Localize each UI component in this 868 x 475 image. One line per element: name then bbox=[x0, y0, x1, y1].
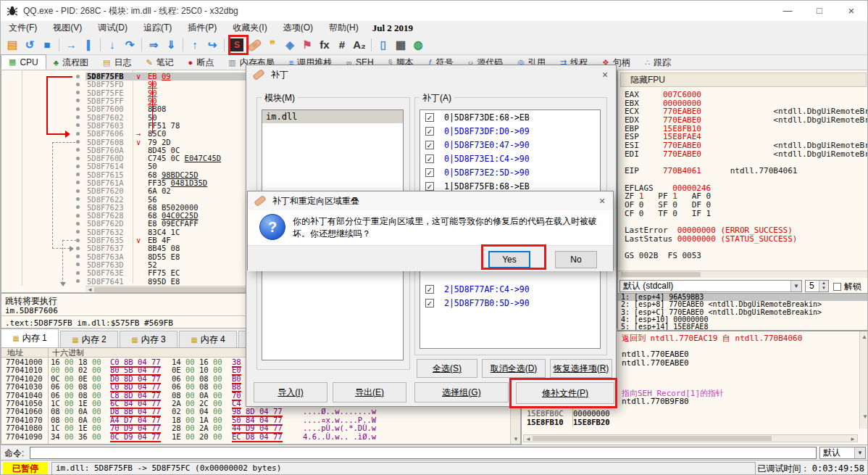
patch-dialog-titlebar[interactable]: 补丁 bbox=[246, 65, 616, 84]
deselect-all-button[interactable]: 取消全选(D) bbox=[482, 359, 546, 378]
stack-row[interactable]: 15E8FB1015E8FB20 bbox=[527, 418, 610, 427]
stop-icon[interactable]: ■ bbox=[38, 36, 56, 54]
patch-list-item[interactable]: ✓0|5D8F73DF:D0->09 bbox=[420, 124, 600, 138]
breakpoint-dot[interactable] bbox=[76, 271, 80, 275]
patch-list-item[interactable]: ✓0|5D8F73E1:C4->90 bbox=[420, 152, 600, 165]
strings-icon[interactable]: A₂ bbox=[351, 36, 368, 54]
breakpoint-dot[interactable] bbox=[76, 205, 80, 209]
breakpoint-dot[interactable] bbox=[76, 123, 80, 127]
breakpoint-dot[interactable] bbox=[76, 255, 80, 258]
execute-till-return-icon[interactable]: ⇓ bbox=[162, 36, 180, 54]
breakpoint-dot[interactable] bbox=[76, 132, 80, 136]
warning-dialog-titlebar[interactable]: 补丁和重定向区域重叠 bbox=[248, 191, 613, 210]
step-into-icon[interactable]: ↓ bbox=[104, 36, 121, 54]
stack-hscrollbar[interactable]: ◄ ► bbox=[523, 434, 858, 442]
calling-convention-select[interactable]: 默认 (stdcall) ▼ bbox=[619, 280, 802, 292]
checkbox-checked-icon[interactable]: ✓ bbox=[425, 154, 434, 163]
breakpoint-dot[interactable] bbox=[76, 173, 80, 176]
menu-item-0[interactable]: 文件(F) bbox=[1, 21, 45, 35]
stack-row[interactable]: 15E8FB0C00000000 bbox=[527, 410, 610, 418]
run-icon[interactable]: → bbox=[62, 36, 80, 54]
patch-list-item[interactable]: ✓2|5D8F77B0:5D->90 bbox=[420, 296, 600, 310]
patch-dialog-close-icon[interactable]: × bbox=[594, 65, 616, 84]
select-all-button[interactable]: 全选(S) bbox=[417, 359, 477, 378]
scroll-thumb[interactable] bbox=[94, 287, 246, 292]
memory-tab-内存 3[interactable]: ▦内存 3 bbox=[120, 331, 178, 347]
registers-pane[interactable]: 隐藏FPU EAX 007C6000EBX 00000000ECX 770EAB… bbox=[617, 70, 868, 331]
command-input[interactable] bbox=[30, 447, 817, 459]
menu-item-7[interactable]: 帮助(H) bbox=[321, 21, 367, 35]
step-out-icon[interactable]: ↑ bbox=[186, 36, 204, 54]
menu-item-3[interactable]: 追踪(T) bbox=[135, 21, 180, 35]
stepper-arrows-icon[interactable]: ▲▼ bbox=[819, 281, 828, 292]
close-button[interactable]: × bbox=[835, 1, 867, 21]
tab-日志[interactable]: ▤日志 bbox=[96, 55, 138, 70]
stack-vscrollbar[interactable]: ▲ ▼ bbox=[859, 331, 868, 429]
scroll-thumb[interactable] bbox=[621, 272, 701, 277]
menu-item-4[interactable]: 插件(P) bbox=[180, 21, 225, 35]
patch-list-item[interactable]: ✓0|5D8F73E0:47->90 bbox=[420, 138, 600, 152]
maximize-button[interactable]: □ bbox=[804, 1, 835, 21]
export-button[interactable]: 导出(E) bbox=[333, 382, 406, 402]
tab-流程图[interactable]: ♣流程图 bbox=[46, 55, 96, 70]
breakpoint-dot[interactable] bbox=[76, 91, 80, 94]
memory-tab-内存 1[interactable]: ▦内存 1 bbox=[1, 329, 59, 347]
argument-count-stepper[interactable]: 5 ▲▼ bbox=[805, 280, 829, 292]
breakpoint-dot[interactable] bbox=[76, 157, 80, 160]
register-line[interactable]: LastStatus 00000000 (STATUS_SUCCESS) bbox=[625, 235, 868, 244]
module-list-item[interactable]: im.dll bbox=[262, 110, 403, 123]
globe-icon[interactable]: ◍ bbox=[409, 36, 427, 54]
unlock-checkbox[interactable] bbox=[833, 283, 841, 291]
no-button[interactable]: No bbox=[555, 251, 597, 268]
command-profile-select[interactable]: 默认 ▼ bbox=[819, 447, 866, 459]
breakpoint-dot[interactable] bbox=[76, 263, 80, 266]
restart-icon[interactable]: ↺ bbox=[21, 36, 38, 54]
register-line[interactable]: GS 002B FS 0053 bbox=[625, 252, 868, 260]
breakpoint-dot[interactable] bbox=[76, 189, 80, 193]
breakpoint-dot[interactable] bbox=[76, 222, 80, 226]
register-line[interactable]: EDI 770EABE0 <ntdll.DbgUiRemoteBreakin> bbox=[625, 150, 868, 159]
patch-list-item[interactable]: ✓0|5D8F73E2:5D->90 bbox=[420, 165, 600, 179]
breakpoint-dot[interactable] bbox=[76, 75, 80, 78]
import-button[interactable]: 导入(I) bbox=[254, 382, 327, 402]
bookmark-icon[interactable]: ⚑ bbox=[299, 36, 316, 54]
patch-list-item[interactable]: ✓2|5D8F77AF:C4->90 bbox=[420, 282, 600, 296]
restore-selection-button[interactable]: 恢复选择项(R) bbox=[550, 359, 612, 378]
scroll-thumb[interactable] bbox=[533, 436, 772, 441]
breakpoint-dot[interactable] bbox=[76, 181, 80, 184]
memory-tab-内存 4[interactable]: ▦内存 4 bbox=[179, 331, 237, 347]
sequence-icon[interactable]: # bbox=[333, 36, 351, 54]
registers-hscrollbar[interactable] bbox=[618, 270, 868, 278]
breakpoint-dot[interactable] bbox=[76, 230, 80, 234]
breakpoint-dot[interactable] bbox=[76, 140, 80, 144]
breakpoint-dot[interactable] bbox=[76, 99, 80, 102]
breakpoint-dot[interactable] bbox=[76, 239, 80, 242]
run-to-user-code-icon[interactable]: ↪ bbox=[204, 36, 221, 54]
chevron-down-icon[interactable]: ▼ bbox=[790, 281, 801, 292]
calculator-icon[interactable]: ▦ bbox=[392, 36, 409, 54]
breakpoint-dot[interactable] bbox=[76, 197, 80, 201]
argument-row[interactable]: 5: [esp+14] 15E8FAE8 bbox=[618, 323, 868, 331]
function-icon[interactable]: fx bbox=[316, 36, 333, 54]
menu-item-2[interactable]: 调试(D) bbox=[90, 21, 135, 35]
tab-笔记[interactable]: ✎笔记 bbox=[138, 55, 180, 70]
modules-icon[interactable]: ▯ bbox=[375, 36, 392, 54]
chevron-down-icon[interactable]: ▼ bbox=[854, 447, 865, 458]
pick-groups-button[interactable]: 选择组(G) bbox=[414, 382, 509, 402]
dump-row[interactable]: 7704109034 00 36 000C D9 04 771E 00 20 0… bbox=[1, 433, 520, 441]
patch-list-item[interactable]: ✓0|5D8F73DE:68->EB bbox=[420, 110, 600, 124]
tab-CPU[interactable]: ▦CPU bbox=[1, 54, 46, 70]
checkbox-checked-icon[interactable]: ✓ bbox=[425, 285, 434, 294]
register-line[interactable]: EIP 770B4061 ntdll.770B4061 bbox=[625, 167, 868, 175]
label-icon[interactable]: ◈ bbox=[281, 36, 299, 54]
breakpoint-dot[interactable] bbox=[76, 247, 80, 250]
patch-icon[interactable] bbox=[246, 36, 264, 54]
breakpoint-dot[interactable] bbox=[76, 83, 80, 86]
breakpoint-dot[interactable] bbox=[76, 279, 80, 283]
breakpoint-dot[interactable] bbox=[76, 115, 80, 119]
comment-icon[interactable]: ❞ bbox=[264, 36, 281, 54]
breakpoint-dot[interactable] bbox=[76, 214, 80, 218]
breakpoint-dot[interactable] bbox=[76, 165, 80, 168]
tab-断点[interactable]: ●断点 bbox=[181, 55, 222, 70]
hide-fpu-button[interactable]: 隐藏FPU bbox=[620, 73, 867, 87]
